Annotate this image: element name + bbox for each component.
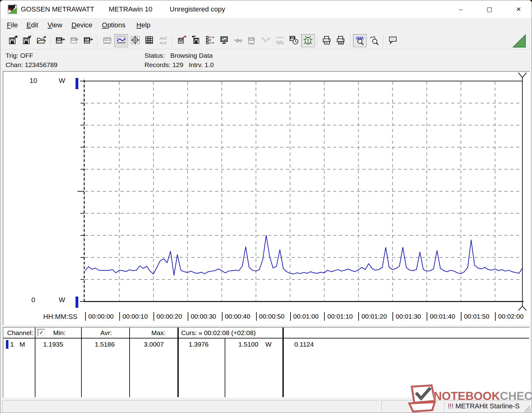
maximize-button[interactable]: ▢	[481, 3, 498, 16]
zoom-wave-icon	[355, 35, 365, 46]
channel-color-chip-bottom	[76, 297, 78, 308]
statusbar-segment	[2, 400, 380, 412]
save-import-button[interactable]	[21, 34, 34, 47]
x-tick-mark	[119, 312, 120, 321]
monitor-button[interactable]	[217, 34, 231, 47]
menu-item-edit[interactable]: Edit	[25, 20, 39, 30]
x-tick-mark	[461, 312, 461, 321]
x-tick-label: 00:01:10	[327, 313, 353, 320]
device-memory-button[interactable]: M	[81, 34, 95, 47]
menu-item-file[interactable]: File	[6, 20, 19, 30]
save-export-button[interactable]	[7, 34, 20, 47]
zoom-wave-button[interactable]	[353, 34, 367, 47]
license-label: Unregistered copy	[170, 5, 225, 13]
info-strip: Trig: OFF Chan: 123456789 Status: Browsi…	[0, 49, 532, 70]
records-status: Records: 129 Intrv. 1.0	[144, 61, 214, 69]
toolbar-separator	[172, 35, 173, 47]
svg-text:!?..: !?..	[391, 38, 397, 41]
channel-color-chip-top	[76, 78, 78, 89]
x-tick-label: 00:01:00	[293, 313, 319, 320]
x-tick-label: 00:01:30	[396, 313, 421, 320]
table-header-rule	[3, 338, 529, 338]
open-folder-icon	[36, 35, 46, 46]
line-chart-view-icon	[116, 35, 126, 46]
close-button[interactable]: ✕	[511, 3, 527, 16]
svg-text:1257: 1257	[105, 38, 109, 40]
resize-grip[interactable]	[522, 404, 531, 413]
x-tick-mark	[495, 312, 496, 321]
x-tick-mark	[324, 312, 325, 321]
x-tick-label: 00:00:40	[225, 313, 250, 320]
annotation-button[interactable]: !?..	[386, 34, 400, 47]
timer-icon	[289, 35, 299, 46]
menu-item-device[interactable]: Device	[70, 20, 94, 30]
x-tick-label: 00:02:00	[498, 313, 524, 320]
print-icon	[336, 35, 346, 46]
import-button[interactable]	[189, 34, 203, 47]
cell-cursor2-unit: W	[265, 341, 272, 348]
svg-text:M: M	[86, 38, 88, 41]
app-title: METRAwin 10	[109, 5, 152, 13]
svg-text:=f(x): =f(x)	[234, 38, 242, 43]
x-tick-mark	[256, 312, 257, 321]
x-tick-label: 00:00:20	[157, 313, 182, 320]
svg-text:321: 321	[250, 38, 254, 41]
table-view-button[interactable]	[142, 34, 156, 47]
device-read-icon: 321	[55, 35, 65, 46]
menu-bar: FileEditViewDeviceOptionsHelp	[0, 19, 532, 31]
brand-title: GOSSEN METRAWATT	[21, 5, 94, 13]
filter-wave-icon	[275, 35, 285, 46]
table-subdivider	[225, 338, 225, 397]
channel-row-color-chip	[6, 340, 8, 349]
device-config-icon: 321	[247, 35, 257, 46]
histogram-view-button	[156, 34, 170, 47]
y-max-label: 10	[30, 77, 37, 85]
menu-item-view[interactable]: View	[46, 20, 63, 30]
x-tick-mark	[188, 312, 188, 321]
col-header-max: Max:	[151, 329, 166, 337]
title-bar: GOSSEN METRAWATT METRAwin 10 Unregistere…	[0, 0, 532, 19]
device-status-text: !!! METRAHit Starline-S	[448, 402, 520, 410]
channel-list-button[interactable]	[203, 34, 217, 47]
toolbar-separator	[50, 35, 51, 47]
channel-visibility-checkbox[interactable]: ✓	[38, 329, 45, 336]
function-button[interactable]: =f(x)	[231, 34, 245, 47]
menu-item-options[interactable]: Options	[101, 20, 127, 30]
y-min-unit: W	[59, 296, 65, 304]
zoom-out-button[interactable]	[367, 34, 381, 47]
cell-max-value: 3.0007	[144, 341, 164, 348]
chart-plot-area[interactable]	[3, 72, 529, 324]
trigger-status: Trig: OFF	[6, 52, 33, 59]
device-memory-icon: M	[83, 35, 93, 46]
debug-button[interactable]	[301, 34, 315, 47]
device-write-icon: 320	[69, 35, 79, 46]
toolbar-separator	[383, 35, 384, 47]
device-read-button[interactable]: 321	[53, 34, 67, 47]
scope-view-icon	[130, 35, 140, 46]
x-axis-unit-label: HH:MM:SS	[43, 313, 77, 321]
print-preview-button[interactable]	[320, 34, 334, 47]
export-button[interactable]	[175, 34, 189, 47]
table-view-icon	[144, 35, 154, 46]
cell-avr-value: 1.5186	[95, 341, 115, 348]
monitor-icon	[219, 35, 229, 46]
timer-button[interactable]	[287, 34, 301, 47]
open-folder-button[interactable]	[34, 34, 48, 47]
filter-wave-button	[273, 34, 287, 47]
measurement-table: Channel: ✓ Min: Avr: Max: Curs: » 00:02:…	[3, 327, 530, 398]
x-tick-mark	[222, 312, 222, 321]
function-icon: =f(x)	[233, 35, 243, 46]
status-bar: !!! METRAHit Starline-S	[0, 399, 532, 413]
col-header-min: Min:	[53, 329, 66, 337]
x-tick-mark	[358, 312, 359, 321]
analog-wave-button	[259, 34, 273, 47]
svg-text:320: 320	[72, 38, 76, 41]
scope-view-button[interactable]	[128, 34, 142, 47]
print-button[interactable]	[334, 34, 348, 47]
line-chart-view-button[interactable]	[114, 34, 128, 47]
annotation-icon: !?..	[388, 35, 398, 46]
menu-item-help[interactable]: Help	[135, 20, 152, 30]
y-max-unit: W	[59, 77, 65, 85]
minimize-button[interactable]: –	[453, 3, 469, 16]
multimeter-button: 1257	[100, 34, 114, 47]
